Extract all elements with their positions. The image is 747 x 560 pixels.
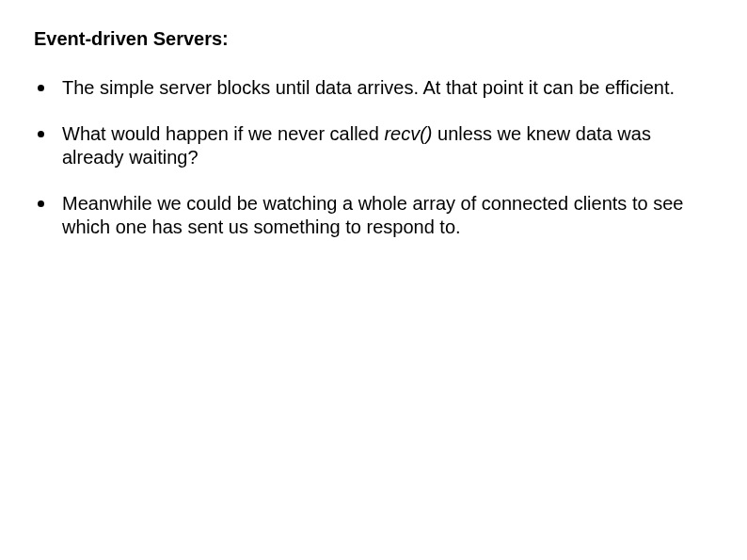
code-call: recv() xyxy=(384,123,432,144)
bullet-list: The simple server blocks until data arri… xyxy=(34,76,713,239)
bullet-icon xyxy=(38,200,44,207)
list-item: Meanwhile we could be watching a whole a… xyxy=(34,192,713,239)
bullet-icon xyxy=(38,85,44,91)
slide-title: Event-driven Servers: xyxy=(34,28,713,50)
list-item-text: The simple server blocks until data arri… xyxy=(62,77,675,98)
list-item-text: Meanwhile we could be watching a whole a… xyxy=(62,193,683,237)
text-segment: What would happen if we never called xyxy=(62,123,384,144)
slide-page: Event-driven Servers: The simple server … xyxy=(0,0,747,560)
list-item: What would happen if we never called rec… xyxy=(34,122,713,169)
bullet-icon xyxy=(38,131,44,137)
list-item-text: What would happen if we never called rec… xyxy=(62,123,651,168)
list-item: The simple server blocks until data arri… xyxy=(34,76,713,100)
